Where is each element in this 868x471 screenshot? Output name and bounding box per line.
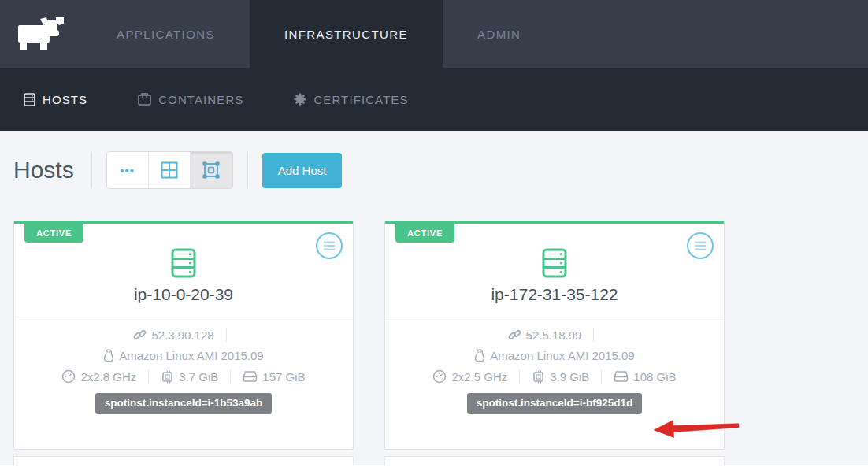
detail-separator — [593, 328, 594, 342]
header-divider — [247, 152, 248, 188]
subnav-label-containers: CONTAINERS — [158, 93, 243, 106]
cpu-gauge-icon — [61, 369, 76, 384]
page-title: Hosts — [13, 157, 74, 184]
host-card[interactable]: ACTIVE ip-172-31-35-122 — [384, 221, 725, 450]
host-card-header: ip-10-0-20-39 — [14, 243, 353, 317]
memory-spec: 3.9 GiB — [532, 370, 589, 384]
disk-spec: 108 GiB — [614, 370, 676, 384]
subnav-label-hosts: HOSTS — [43, 93, 87, 106]
memory-value: 3.9 GiB — [550, 370, 589, 384]
host-ip: 52.3.90.128 — [151, 328, 213, 342]
detail-separator — [230, 369, 231, 384]
subnav-item-hosts[interactable]: HOSTS — [24, 93, 87, 106]
tab-applications[interactable]: APPLICATIONS — [82, 0, 250, 68]
status-badge: ACTIVE — [395, 224, 454, 243]
cpu-gauge-icon — [432, 369, 447, 384]
subnav-label-certificates: CERTIFICATES — [313, 93, 408, 106]
cow-icon — [17, 16, 65, 52]
memory-chip-icon — [532, 370, 545, 384]
tab-admin[interactable]: ADMIN — [443, 0, 555, 68]
disk-icon — [614, 370, 629, 383]
host-card-header: ip-172-31-35-122 — [385, 243, 724, 317]
host-os: Amazon Linux AMI 2015.09 — [119, 349, 263, 362]
header-divider — [91, 152, 92, 188]
cpu-value: 2x2.8 GHz — [80, 370, 136, 384]
hosts-icon — [24, 93, 35, 106]
host-details: 52.5.18.99 Amazon Linux AMI 2015.09 — [385, 317, 724, 414]
server-icon — [169, 247, 198, 279]
cpu-spec: 2x2.8 GHz — [61, 369, 136, 384]
link-icon — [508, 328, 521, 342]
red-annotation-arrow — [653, 414, 740, 441]
containers-icon — [138, 93, 151, 106]
memory-value: 3.7 GiB — [179, 370, 218, 384]
linux-penguin-icon — [103, 349, 114, 362]
link-icon — [133, 328, 147, 342]
certificates-icon — [294, 93, 306, 106]
host-menu-button[interactable] — [686, 232, 714, 260]
server-icon — [540, 247, 569, 279]
host-card[interactable]: ACTIVE ip-10-0-20-39 — [13, 221, 354, 450]
host-os: Amazon Linux AMI 2015.09 — [490, 349, 634, 362]
host-name[interactable]: ip-10-0-20-39 — [14, 285, 353, 304]
add-host-button[interactable]: Add Host — [262, 153, 343, 188]
view-machine-button[interactable] — [191, 152, 232, 188]
memory-chip-icon — [161, 370, 174, 384]
view-grid-button[interactable] — [149, 152, 191, 188]
disk-value: 157 GiB — [262, 370, 305, 384]
detail-separator — [226, 328, 227, 342]
spotinst-tag: spotinst.instanceId=i-bf925d1d — [467, 393, 642, 414]
subnav-item-certificates[interactable]: CERTIFICATES — [294, 93, 408, 106]
subnav-item-containers[interactable]: CONTAINERS — [138, 93, 243, 106]
infrastructure-subnav: HOSTS CONTAINERS CERTIFICATES — [0, 68, 868, 131]
host-ip-row: 52.5.18.99 — [385, 328, 724, 342]
menu-circle-icon — [315, 232, 343, 260]
host-os-row: Amazon Linux AMI 2015.09 — [385, 349, 724, 362]
grid-icon — [161, 161, 178, 179]
detail-separator — [519, 369, 520, 384]
top-navbar: APPLICATIONS INFRASTRUCTURE ADMIN — [0, 0, 868, 68]
detail-separator — [601, 369, 602, 384]
bottom-edge — [0, 465, 868, 471]
host-name[interactable]: ip-172-31-35-122 — [385, 285, 724, 304]
disk-spec: 157 GiB — [243, 370, 305, 384]
machine-icon — [202, 161, 221, 180]
status-badge: ACTIVE — [24, 224, 83, 243]
view-list-button[interactable]: ••• — [107, 152, 149, 188]
host-os-row: Amazon Linux AMI 2015.09 — [14, 349, 353, 362]
host-ip-row: 52.3.90.128 — [14, 328, 353, 342]
menu-circle-icon — [686, 232, 714, 260]
cpu-spec: 2x2.5 GHz — [432, 369, 507, 384]
host-details: 52.3.90.128 Amazon Linux AMI 2015.09 — [14, 317, 353, 414]
host-menu-button[interactable] — [315, 232, 343, 260]
spotinst-tag: spotinst.instanceId=i-1b53a9ab — [95, 393, 273, 414]
ellipsis-icon: ••• — [120, 164, 135, 177]
cpu-value: 2x2.5 GHz — [451, 370, 507, 384]
host-specs-row: 2x2.5 GHz 3.9 GiB — [385, 369, 724, 384]
disk-value: 108 GiB — [633, 370, 676, 384]
page-header: Hosts ••• Add Host — [0, 131, 868, 189]
disk-icon — [243, 370, 258, 383]
host-ip: 52.5.18.99 — [526, 328, 582, 342]
memory-spec: 3.7 GiB — [161, 370, 218, 384]
rancher-logo[interactable] — [0, 0, 82, 68]
host-specs-row: 2x2.8 GHz 3.7 GiB — [14, 369, 353, 384]
tab-infrastructure[interactable]: INFRASTRUCTURE — [250, 0, 443, 68]
view-mode-group: ••• — [106, 151, 233, 189]
detail-separator — [148, 369, 149, 384]
linux-penguin-icon — [474, 349, 485, 362]
